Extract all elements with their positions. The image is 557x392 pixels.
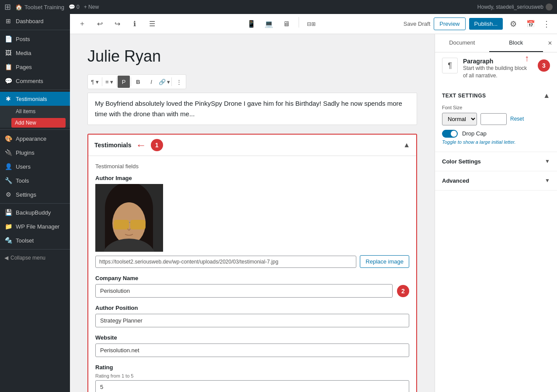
advanced-section: Advanced ▼ — [435, 171, 557, 191]
sidebar-item-testimonials[interactable]: ✱ Testimonials — [0, 92, 70, 106]
drop-cap-toggle-button[interactable]: P — [118, 76, 130, 88]
post-title-input[interactable] — [87, 47, 417, 66]
sidebar-subitem-add-new[interactable]: Add New — [11, 118, 66, 128]
tab-block[interactable]: Block — [489, 34, 543, 52]
sidebar-item-plugins[interactable]: 🔌 Plugins — [0, 146, 70, 160]
list-view-button[interactable]: ☰ — [145, 17, 159, 31]
paragraph-block-name: Paragraph — [463, 58, 533, 65]
publish-button[interactable]: Publish... — [469, 18, 503, 30]
text-settings-header: Text Settings ▲ — [442, 92, 550, 100]
tab-document[interactable]: Document — [435, 34, 489, 52]
author-portrait-svg — [95, 184, 163, 252]
collapse-menu-button[interactable]: ◀ Collapse menu — [0, 251, 70, 264]
sidebar-item-pages[interactable]: 📋 Pages — [0, 60, 70, 74]
color-settings-title: Color Settings — [442, 158, 481, 165]
sidebar-item-comments[interactable]: 💬 Comments — [0, 74, 70, 88]
save-draft-button[interactable]: Save Draft — [404, 21, 430, 27]
panel-close-button[interactable]: × — [543, 35, 557, 52]
site-name[interactable]: 🏠 Toolset Training — [15, 4, 64, 10]
sidebar-item-toolset[interactable]: 🔩 Toolset — [0, 233, 70, 247]
link-button[interactable]: 🔗 ▾ — [158, 76, 171, 88]
users-icon: 👤 — [4, 163, 12, 170]
avatar — [546, 3, 553, 10]
sidebar-separator-5 — [0, 249, 70, 250]
author-image-field: Author Image — [95, 175, 409, 268]
tablet-view-button[interactable]: 💻 — [262, 17, 276, 31]
advanced-title: Advanced — [442, 177, 469, 184]
reset-font-size-button[interactable]: Reset — [510, 116, 524, 122]
info-button[interactable]: ℹ — [128, 17, 142, 31]
paragraph-info: Paragraph Start with the building block … — [463, 58, 533, 80]
advanced-arrow: ▼ — [545, 177, 550, 184]
testimonial-fields-label: Testimonial fields — [95, 163, 409, 170]
sidebar-item-dashboard[interactable]: ⊞ Dashboard — [0, 14, 70, 28]
step-badge-2: 2 — [397, 285, 409, 297]
add-block-button[interactable]: ＋ — [75, 17, 89, 31]
posts-icon: 📄 — [4, 35, 12, 42]
italic-button[interactable]: I — [145, 76, 157, 88]
font-size-input[interactable] — [480, 113, 507, 125]
sidebar-item-posts[interactable]: 📄 Posts — [0, 32, 70, 46]
toolbar-separator — [299, 17, 299, 28]
sidebar-subitem-all-items[interactable]: All items — [0, 106, 70, 117]
publish-section: Publish... — [469, 18, 503, 30]
sidebar-separator-2 — [0, 90, 70, 90]
preview-button[interactable]: Preview — [434, 17, 465, 30]
editor-inner: ¶ ▾ ≡ ▾ P B I 🔗 ▾ ⋮ My Boyfri — [87, 47, 417, 392]
sidebar-item-tools[interactable]: 🔧 Tools — [0, 173, 70, 187]
sidebar-item-users[interactable]: 👤 Users — [0, 160, 70, 173]
company-name-field: Company Name 2 — [95, 275, 409, 298]
company-name-input[interactable] — [95, 284, 393, 298]
text-settings-toggle[interactable]: ▲ — [543, 92, 550, 100]
font-size-select[interactable]: Normal — [442, 113, 477, 125]
font-size-row: Normal Reset — [442, 113, 550, 125]
editor-settings-button[interactable]: ⚙ — [506, 17, 520, 31]
drop-cap-row: Drop Cap — [442, 130, 550, 138]
author-image-preview — [95, 184, 163, 252]
sidebar-item-media[interactable]: 🖼 Media — [0, 46, 70, 60]
layout-button[interactable]: ⊟⊞ — [304, 17, 318, 31]
text-block[interactable]: My Boyfriend absolutely loved the PinkyS… — [87, 93, 417, 125]
text-settings-title: Text Settings — [442, 93, 486, 99]
color-settings-header[interactable]: Color Settings ▼ — [435, 152, 557, 171]
bold-button[interactable]: B — [132, 76, 144, 88]
redo-button[interactable]: ↪ — [110, 17, 124, 31]
new-content-button[interactable]: + New — [84, 4, 99, 10]
desktop-view-button[interactable]: 🖥 — [279, 17, 293, 31]
paragraph-block-info: ¶ Paragraph Start with the building bloc… — [435, 52, 557, 85]
image-url-row: Replace image — [95, 255, 409, 268]
sidebar-item-wp-file-manager[interactable]: 📁 WP File Manager — [0, 219, 70, 233]
drop-cap-toggle[interactable] — [442, 130, 458, 138]
meta-box-collapse-button[interactable]: ▲ — [403, 141, 410, 149]
mobile-view-button[interactable]: 📱 — [244, 17, 258, 31]
rating-input[interactable] — [95, 380, 409, 392]
svg-rect-4 — [114, 220, 129, 229]
more-block-options[interactable]: ⋮ — [173, 76, 185, 88]
howdy-text: Howdy, staedeli_seriousweb — [477, 3, 553, 10]
color-settings-arrow: ▼ — [545, 158, 550, 164]
sidebar-item-settings[interactable]: ⚙ Settings — [0, 187, 70, 201]
author-position-label: Author Position — [95, 305, 409, 311]
image-url-input[interactable] — [95, 256, 356, 268]
media-icon: 🖼 — [4, 49, 12, 56]
step-badge-3: 3 — [538, 59, 550, 72]
more-options-button[interactable]: ⋮ — [541, 17, 552, 31]
image-placeholder — [95, 184, 163, 252]
panel-tabs: Document Block × — [435, 34, 557, 52]
font-size-label: Font Size — [442, 105, 550, 110]
site-icon: 🏠 — [15, 4, 22, 10]
replace-image-button[interactable]: Replace image — [360, 255, 409, 268]
text-align-button[interactable]: ≡ ▾ — [103, 76, 115, 88]
undo-button[interactable]: ↩ — [93, 17, 107, 31]
paragraph-style-button[interactable]: ¶ ▾ — [89, 76, 101, 88]
website-input[interactable] — [95, 343, 409, 357]
sidebar-item-backupbuddy[interactable]: 💾 BackupBuddy — [0, 205, 70, 219]
comments-link[interactable]: 💬 0 — [69, 4, 80, 10]
sidebar-separator-3 — [0, 129, 70, 130]
advanced-header[interactable]: Advanced ▼ — [435, 171, 557, 190]
author-position-input[interactable] — [95, 314, 409, 327]
comments-icon: 💬 — [69, 4, 75, 10]
meta-box-content: Testimonial fields Author Image — [88, 156, 416, 392]
sidebar-item-appearance[interactable]: 🎨 Appearance — [0, 132, 70, 146]
block-options-button[interactable]: 📅 — [524, 17, 538, 31]
